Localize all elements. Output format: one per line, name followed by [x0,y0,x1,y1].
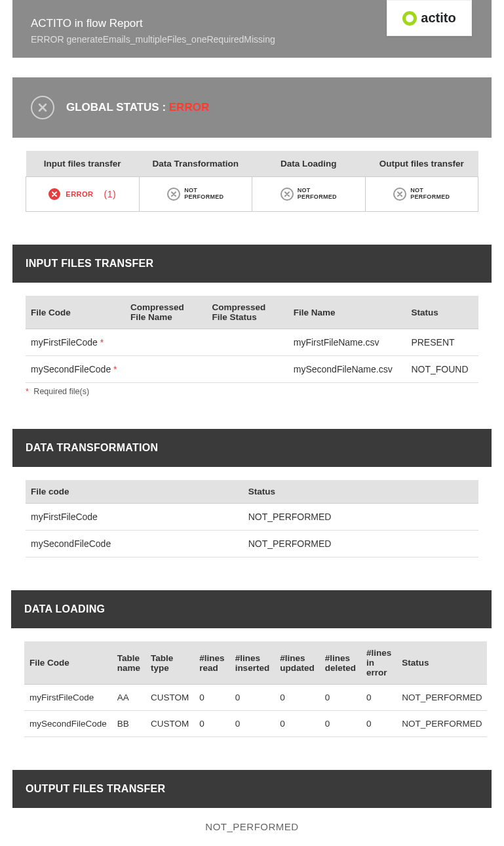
lines-read: 0 [194,711,229,737]
output-status: NOT_PERFORMED [12,808,492,845]
report-header: ACTITO in flow Report ERROR generateEmai… [12,0,492,58]
status: NOT_PERFORMED [243,504,478,531]
required-footnote: * Required file(s) [26,387,478,396]
global-status-bar: GLOBAL STATUS : ERROR [12,77,492,138]
lines-inserted: 0 [230,711,275,737]
lines-in-error: 0 [361,711,397,737]
table-row: mySecondFileCode * mySecondFileName.csv … [26,356,478,383]
col-header: #lines in error [361,641,397,685]
x-circle-icon [48,188,60,200]
col-header: #lines inserted [230,641,275,685]
table-row: mySecondFileCode NOT_PERFORMED [26,531,478,557]
table-name: AA [112,685,145,711]
lines-updated: 0 [275,685,320,711]
col-header: Compressed File Name [125,296,206,329]
output-files-panel: OUTPUT FILES TRANSFER NOT_PERFORMED [12,770,492,845]
section-header-output: OUTPUT FILES TRANSFER [12,770,492,808]
stage-error-count: (1) [104,189,117,199]
np-line1: NOT [184,187,197,193]
global-status-value: ERROR [169,101,209,113]
lines-read: 0 [194,685,229,711]
np-line2: PERFORMED [410,193,450,200]
col-header: Table type [145,641,194,685]
required-star: * [100,337,104,348]
actito-circle-icon [402,11,417,26]
stage-cell-input: ERROR (1) [26,177,140,212]
col-header: Status [243,480,478,504]
brand-logo: actito [387,0,472,36]
input-files-panel: INPUT FILES TRANSFER File Code Compresse… [12,245,492,409]
compressed-status [206,356,288,383]
col-header: #lines updated [275,641,320,685]
x-circle-icon [393,188,406,201]
file-code: mySecondFileCode [24,711,112,737]
status: NOT_PERFORMED [397,685,487,711]
np-line2: PERFORMED [298,193,337,200]
stage-summary: Input files transfer Data Transformation… [12,138,492,225]
compressed-status [206,329,288,356]
table-row: myFirstFileCode NOT_PERFORMED [26,504,478,531]
section-header-loading: DATA LOADING [11,590,492,628]
col-header: #lines read [194,641,229,685]
table-type: CUSTOM [145,711,194,737]
section-header-transform: DATA TRANSFORMATION [12,429,492,467]
col-header: File Code [24,641,112,685]
file-code: mySecondFileCode [26,531,243,557]
col-header: File Name [288,296,406,329]
lines-deleted: 0 [320,711,361,737]
file-status: PRESENT [406,329,478,356]
stage-header: Input files transfer [26,151,140,177]
brand-logo-text: actito [421,10,456,26]
table-row: mySecondFileCode BB CUSTOM 0 0 0 0 0 NOT… [24,711,487,737]
stage-error-label: ERROR [66,190,93,198]
np-line1: NOT [410,187,423,193]
file-code: myFirstFileCode [26,504,243,531]
input-files-table: File Code Compressed File Name Compresse… [26,296,478,383]
col-header: #lines deleted [320,641,361,685]
status: NOT_PERFORMED [243,531,478,557]
stage-cell-loading: NOTPERFORMED [252,177,366,212]
file-status: NOT_FOUND [406,356,478,383]
lines-inserted: 0 [230,685,275,711]
file-name: myFirstFileName.csv [288,329,406,356]
lines-in-error: 0 [361,685,397,711]
stage-header: Data Transformation [139,151,252,177]
stage-error-badge: ERROR (1) [48,188,116,200]
col-header: File Code [26,296,125,329]
data-loading-panel: DATA LOADING File Code Table name Table … [11,590,492,750]
stage-header: Data Loading [252,151,366,177]
compressed-name [125,356,206,383]
compressed-name [125,329,206,356]
status: NOT_PERFORMED [397,711,487,737]
stage-header: Output files transfer [365,151,478,177]
error-circle-icon [31,96,54,119]
data-transformation-table: File code Status myFirstFileCode NOT_PER… [26,480,478,557]
np-line2: PERFORMED [184,193,223,200]
col-header: Status [397,641,487,685]
x-circle-icon [281,188,294,201]
footnote-star: * [26,387,29,396]
global-status-panel: GLOBAL STATUS : ERROR Input files transf… [12,77,492,225]
stage-cell-transform: NOTPERFORMED [139,177,252,212]
required-star: * [113,364,117,374]
footnote-text: Required file(s) [31,387,89,396]
x-circle-icon [167,188,180,201]
global-status-text: GLOBAL STATUS : ERROR [66,101,209,114]
report-subtitle: ERROR generateEmails_multipleFiles_oneRe… [31,34,374,45]
stage-cell-output: NOTPERFORMED [365,177,478,212]
data-loading-table: File Code Table name Table type #lines r… [24,641,487,737]
not-performed-badge: NOTPERFORMED [281,188,337,201]
file-code: myFirstFileCode [31,337,98,348]
table-row: myFirstFileCode AA CUSTOM 0 0 0 0 0 NOT_… [24,685,487,711]
lines-deleted: 0 [320,685,361,711]
col-header: File code [26,480,243,504]
np-line1: NOT [298,187,311,193]
section-header-input: INPUT FILES TRANSFER [12,245,492,283]
col-header: Compressed File Status [206,296,288,329]
file-name: mySecondFileName.csv [288,356,406,383]
col-header: Table name [112,641,145,685]
table-row: myFirstFileCode * myFirstFileName.csv PR… [26,329,478,356]
table-type: CUSTOM [145,685,194,711]
table-name: BB [112,711,145,737]
stage-table: Input files transfer Data Transformation… [26,151,478,212]
